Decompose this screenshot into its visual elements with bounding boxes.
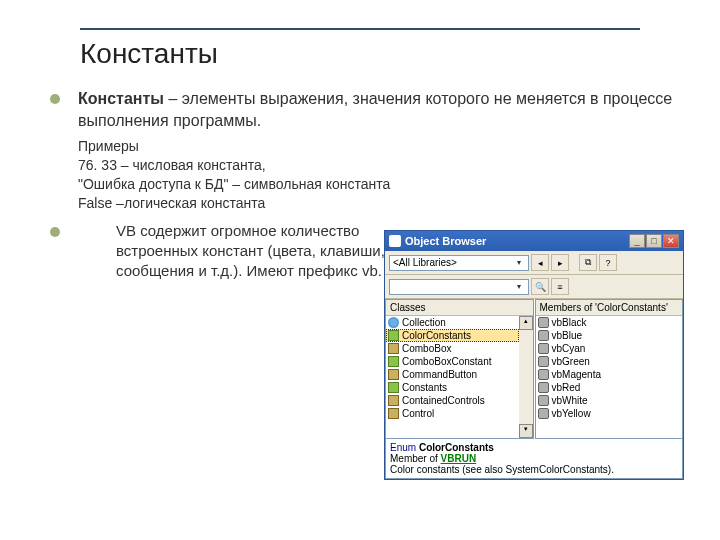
toolbar-row-2: ▾ 🔍 ≡ — [385, 275, 683, 299]
list-item[interactable]: vbYellow — [536, 407, 683, 420]
list-item[interactable]: ColorConstants — [386, 329, 519, 342]
const-icon — [538, 330, 549, 341]
details-pane: Enum ColorConstants Member of VBRUN Colo… — [385, 439, 683, 479]
const-icon — [538, 317, 549, 328]
show-results-button[interactable]: ≡ — [551, 278, 569, 295]
list-item[interactable]: vbGreen — [536, 355, 683, 368]
page-title: Константы — [80, 38, 680, 70]
list-item[interactable]: ContainedControls — [386, 394, 519, 407]
object-browser-titlebar[interactable]: Object Browser _ □ ✕ — [385, 231, 683, 251]
enum-icon — [388, 356, 399, 367]
copy-button[interactable]: ⧉ — [579, 254, 597, 271]
maximize-button[interactable]: □ — [646, 234, 662, 248]
class-icon — [388, 395, 399, 406]
list-item[interactable]: vbBlue — [536, 329, 683, 342]
example-line: 76. 33 – числовая константа, — [78, 156, 680, 175]
members-header: Members of 'ColorConstants' — [536, 300, 683, 316]
list-item[interactable]: Constants — [386, 381, 519, 394]
list-item[interactable]: Control — [386, 407, 519, 420]
const-icon — [538, 343, 549, 354]
title-underline — [80, 28, 640, 30]
definition-term: Константы — [78, 90, 164, 107]
window-title: Object Browser — [405, 235, 486, 247]
bullet-icon — [50, 227, 60, 237]
class-icon — [388, 369, 399, 380]
details-library-link[interactable]: VBRUN — [441, 453, 477, 464]
classes-header: Classes — [386, 300, 533, 316]
list-item[interactable]: vbCyan — [536, 342, 683, 355]
chevron-down-icon: ▾ — [513, 258, 525, 267]
object-browser-window: Object Browser _ □ ✕ <All Libraries> ▾ ◂… — [384, 230, 684, 480]
help-button[interactable]: ? — [599, 254, 617, 271]
classes-pane: Classes Collection ColorConstants ComboB… — [385, 299, 534, 439]
bullet-icon — [50, 94, 60, 104]
chevron-down-icon: ▾ — [513, 282, 525, 291]
example-line: "Ошибка доступа к БД" – символьная конст… — [78, 175, 680, 194]
definition-text: Константы – элементы выражения, значения… — [78, 88, 680, 131]
details-keyword: Enum — [390, 442, 419, 453]
list-item[interactable]: vbBlack — [536, 316, 683, 329]
forward-button[interactable]: ▸ — [551, 254, 569, 271]
list-item[interactable]: ComboBox — [386, 342, 519, 355]
list-item[interactable]: vbWhite — [536, 394, 683, 407]
body-paragraph: VB содержит огромное количество встроенн… — [116, 221, 426, 282]
example-line: False –логическая константа — [78, 194, 680, 213]
list-item[interactable]: vbMagenta — [536, 368, 683, 381]
members-pane: Members of 'ColorConstants' vbBlack vbBl… — [535, 299, 684, 439]
library-combo-value: <All Libraries> — [393, 257, 457, 268]
examples-block: Примеры 76. 33 – числовая константа, "Ош… — [78, 137, 680, 213]
const-icon — [538, 356, 549, 367]
const-icon — [538, 382, 549, 393]
library-combo[interactable]: <All Libraries> ▾ — [389, 255, 529, 271]
search-button[interactable]: 🔍 — [531, 278, 549, 295]
list-item[interactable]: CommandButton — [386, 368, 519, 381]
globe-icon — [388, 317, 399, 328]
list-item[interactable]: Collection — [386, 316, 519, 329]
details-memberof: Member of — [390, 453, 441, 464]
app-icon — [389, 235, 401, 247]
const-icon — [538, 408, 549, 419]
class-icon — [388, 408, 399, 419]
details-name: ColorConstants — [419, 442, 494, 453]
const-icon — [538, 369, 549, 380]
enum-icon — [388, 382, 399, 393]
scroll-down-button[interactable]: ▾ — [519, 424, 533, 438]
scroll-up-button[interactable]: ▴ — [519, 316, 533, 330]
classes-list[interactable]: Collection ColorConstants ComboBox Combo… — [386, 316, 519, 438]
const-icon — [538, 395, 549, 406]
details-description: Color constants (see also SystemColorCon… — [390, 464, 678, 475]
list-item[interactable]: vbRed — [536, 381, 683, 394]
definition-rest: – элементы выражения, значения которого … — [78, 90, 672, 129]
close-button[interactable]: ✕ — [663, 234, 679, 248]
enum-icon — [388, 330, 399, 341]
list-item[interactable]: ComboBoxConstant — [386, 355, 519, 368]
toolbar-row-1: <All Libraries> ▾ ◂ ▸ ⧉ ? — [385, 251, 683, 275]
members-list[interactable]: vbBlack vbBlue vbCyan vbGreen vbMagenta … — [536, 316, 683, 438]
examples-heading: Примеры — [78, 137, 680, 156]
search-combo[interactable]: ▾ — [389, 279, 529, 295]
class-icon — [388, 343, 399, 354]
back-button[interactable]: ◂ — [531, 254, 549, 271]
minimize-button[interactable]: _ — [629, 234, 645, 248]
scrollbar[interactable]: ▴ ▾ — [519, 316, 533, 438]
